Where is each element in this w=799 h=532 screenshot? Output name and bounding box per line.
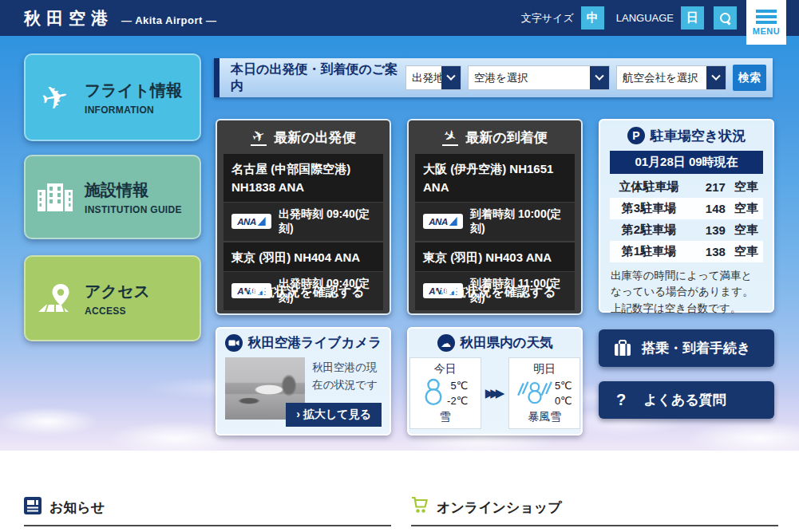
enlarge-camera-button[interactable]: ›拡大して見る bbox=[286, 403, 382, 427]
luggage-icon bbox=[614, 340, 631, 357]
language-label: LANGUAGE bbox=[616, 12, 674, 24]
tomorrow-high-temp: 5℃ bbox=[555, 378, 572, 394]
video-camera-icon bbox=[225, 334, 243, 352]
chevron-right-icon: › bbox=[296, 408, 300, 420]
flight-route: 大阪 (伊丹空港) NH1651 ANA bbox=[415, 154, 575, 202]
parking-row: 第1駐車場138空車 bbox=[610, 241, 763, 262]
departures-title: 最新の出発便 bbox=[274, 128, 355, 147]
ana-airline-logo: ANA bbox=[231, 214, 271, 229]
today-condition: 雪 bbox=[440, 410, 451, 424]
departure-time: 出発時刻 09:40(定刻) bbox=[279, 207, 375, 236]
shop-title: オンラインショップ bbox=[437, 499, 562, 517]
tile-title: フライト情報 bbox=[85, 80, 182, 101]
cloud-icon: ☁ bbox=[437, 334, 455, 352]
boarding-procedures-label: 搭乗・到着手続き bbox=[642, 339, 750, 357]
sidebar-item-facility-info[interactable]: 施設情報 INSTITUTION GUIDE bbox=[24, 155, 201, 239]
search-icon bbox=[720, 13, 730, 23]
sidebar-item-flight-info[interactable]: ✈ フライト情報 INFORMATION bbox=[24, 53, 201, 141]
parking-title: 駐車場空き状況 bbox=[651, 127, 746, 145]
search-button[interactable] bbox=[714, 6, 737, 30]
departures-status-link[interactable]: ›運航状況を確認する bbox=[217, 284, 390, 301]
flight-route: 東京 (羽田) NH403 ANA bbox=[415, 242, 575, 271]
live-camera-panel: 秋田空港ライブカメラ 秋田空港の現在の状況です ›拡大して見る bbox=[216, 327, 391, 435]
parking-icon: P bbox=[627, 127, 645, 144]
header: 秋田空港 — Akita Airport — 文字サイズ 中 LANGUAGE … bbox=[0, 0, 799, 36]
flight-search-title: 本日の出発便・到着便のご案内 bbox=[231, 61, 405, 95]
flight-search-submit-button[interactable]: 検索 bbox=[733, 65, 766, 91]
today-high-temp: 5℃ bbox=[450, 378, 468, 394]
boarding-procedures-button[interactable]: 搭乗・到着手続き bbox=[599, 329, 774, 367]
weather-body: 今日 5℃ -2℃ 雪 ▶▶▶ 明日 bbox=[409, 357, 581, 429]
cart-icon bbox=[411, 497, 429, 518]
weather-header: ☁ 秋田県内の天気 bbox=[409, 329, 581, 357]
tile-subtitle: INSTITUTION GUIDE bbox=[85, 204, 182, 215]
shop-divider bbox=[411, 525, 778, 526]
arrivals-title: 最新の到着便 bbox=[465, 128, 547, 147]
ana-airline-logo: ANA bbox=[423, 214, 463, 229]
tile-subtitle: INFORMATION bbox=[85, 104, 182, 116]
arrivals-panel: ✈ 最新の到着便 大阪 (伊丹空港) NH1651 ANA ANA 到着時刻 1… bbox=[407, 119, 583, 315]
faq-button[interactable]: ? よくある質問 bbox=[599, 381, 774, 419]
airline-select-value: 航空会社を選択 bbox=[617, 71, 706, 85]
origin-select[interactable]: 出発地 bbox=[405, 65, 461, 90]
parking-row: 第3駐車場148空車 bbox=[610, 198, 763, 219]
weather-card-tomorrow: 明日 5℃ 0℃ bbox=[508, 357, 580, 429]
parking-note: 出庫等の時間によって満車となっている場合があります。上記数字は空き台数です。 bbox=[611, 268, 762, 317]
airport-select-value: 空港を選択 bbox=[469, 71, 590, 85]
tile-title: アクセス bbox=[85, 281, 150, 302]
akita-airport-homepage: 秋田空港 — Akita Airport — 文字サイズ 中 LANGUAGE … bbox=[0, 0, 799, 532]
weather-card-today: 今日 5℃ -2℃ 雪 bbox=[409, 357, 481, 429]
ana-slash-icon bbox=[449, 217, 457, 226]
flight-route: 名古屋 (中部国際空港) NH1838 ANA bbox=[223, 154, 383, 202]
question-icon: ? bbox=[616, 391, 626, 409]
news-section-heading: お知らせ bbox=[24, 497, 105, 518]
news-divider bbox=[24, 525, 391, 526]
site-logo[interactable]: 秋田空港 — Akita Airport — bbox=[24, 7, 217, 30]
flight-route: 東京 (羽田) NH404 ANA bbox=[223, 242, 383, 271]
shop-section-heading: オンラインショップ bbox=[411, 497, 562, 518]
menu-button[interactable]: MENU bbox=[746, 0, 786, 45]
flight-search-bar: 本日の出発便・到着便のご案内 出発地 空港を選択 航空会社を選択 検索 bbox=[214, 58, 773, 97]
tile-subtitle: ACCESS bbox=[85, 305, 150, 317]
today-low-temp: -2℃ bbox=[447, 393, 468, 409]
tomorrow-low-temp: 0℃ bbox=[555, 393, 572, 409]
hamburger-icon bbox=[756, 10, 777, 24]
arrival-plane-icon: ✈ bbox=[442, 128, 458, 147]
snowman-icon bbox=[422, 377, 445, 409]
flight-search-controls: 出発地 空港を選択 航空会社を選択 検索 bbox=[405, 65, 766, 91]
ana-slash-icon bbox=[258, 217, 266, 226]
departure-plane-icon: ✈ bbox=[251, 128, 267, 147]
weather-panel: ☁ 秋田県内の天気 今日 5℃ -2℃ bbox=[407, 327, 583, 435]
departures-panel: ✈ 最新の出発便 名古屋 (中部国際空港) NH1838 ANA ANA 出発時… bbox=[216, 119, 391, 315]
airport-select[interactable]: 空港を選択 bbox=[468, 65, 610, 90]
language-japanese-button[interactable]: 日 bbox=[681, 6, 704, 30]
departures-header: ✈ 最新の出発便 bbox=[217, 120, 390, 154]
tomorrow-condition: 暴風雪 bbox=[528, 410, 561, 424]
chevron-right-icon: › bbox=[242, 285, 246, 298]
arrivals-header: ✈ 最新の到着便 bbox=[409, 120, 581, 154]
next-day-arrow-icon: ▶▶▶ bbox=[485, 386, 505, 400]
live-camera-title: 秋田空港ライブカメラ bbox=[248, 334, 382, 352]
font-size-medium-button[interactable]: 中 bbox=[581, 6, 604, 30]
chevron-down-icon bbox=[441, 66, 461, 89]
parking-availability-panel: P 駐車場空き状況 01月28日 09時現在 立体駐車場217空車 第3駐車場1… bbox=[599, 119, 774, 313]
arrivals-status-link[interactable]: ›運航状況を確認する bbox=[409, 284, 581, 301]
buildings-icon bbox=[26, 183, 85, 211]
flight-time-row: ANA 到着時刻 10:00(定刻) bbox=[415, 202, 575, 242]
live-camera-header: 秋田空港ライブカメラ bbox=[217, 329, 390, 357]
news-title: お知らせ bbox=[49, 499, 105, 517]
arrival-time: 到着時刻 10:00(定刻) bbox=[470, 207, 567, 236]
parking-header: P 駐車場空き状況 bbox=[600, 120, 773, 151]
chevron-down-icon bbox=[590, 66, 609, 89]
plane-icon: ✈ bbox=[26, 79, 85, 116]
header-controls: 文字サイズ 中 LANGUAGE 日 bbox=[521, 0, 737, 36]
faq-label: よくある質問 bbox=[643, 391, 726, 409]
sidebar-item-access[interactable]: アクセス ACCESS bbox=[24, 255, 201, 341]
font-size-label: 文字サイズ bbox=[521, 11, 574, 26]
map-pin-icon bbox=[26, 282, 85, 314]
parking-row: 第2駐車場139空車 bbox=[610, 219, 763, 241]
weather-title: 秋田県内の天気 bbox=[461, 334, 553, 352]
chevron-down-icon bbox=[706, 66, 726, 89]
flight-time-row: ANA 出発時刻 09:40(定刻) bbox=[223, 202, 383, 242]
airline-select[interactable]: 航空会社を選択 bbox=[616, 65, 726, 90]
